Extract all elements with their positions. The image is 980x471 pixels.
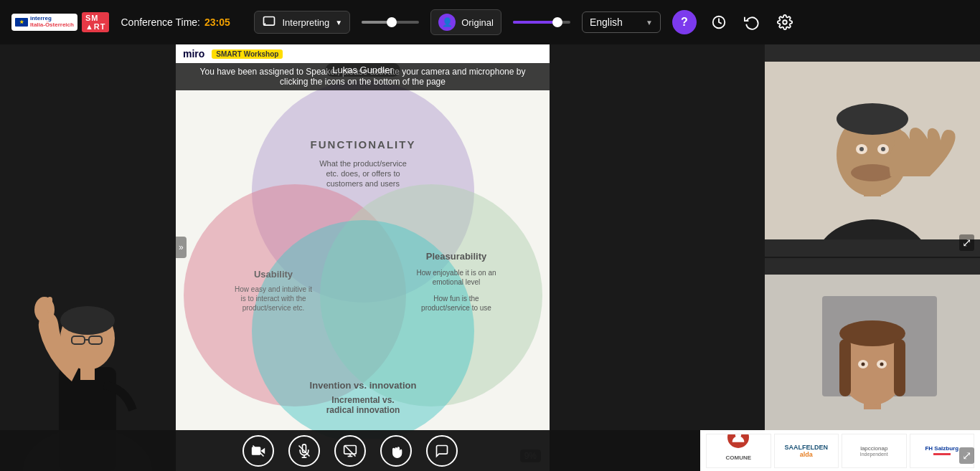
interpreting-label: Interpreting: [282, 17, 329, 28]
svg-rect-34: [47, 297, 52, 313]
clock-icon: [711, 14, 727, 30]
venn-diagram-svg: FUNCTIONALITY What the product/service e…: [176, 66, 550, 439]
slider-fill: [362, 21, 390, 24]
eu-flag-icon: ★: [15, 18, 28, 27]
chat-button[interactable]: [426, 435, 458, 467]
svg-text:Incremental vs.: Incremental vs.: [331, 395, 394, 405]
expand-icon-female[interactable]: ⤢: [959, 447, 974, 464]
male-video-inner: [765, 44, 980, 257]
interpreting-dropdown[interactable]: Interpreting ▼: [254, 11, 350, 34]
partner-logos-bar: COMUNEDI... SAALFELDEN alda lapccionap I…: [700, 430, 980, 471]
collapse-panel-button[interactable]: »: [176, 237, 187, 258]
help-button[interactable]: ?: [672, 10, 697, 34]
settings-icon-button[interactable]: [774, 11, 796, 33]
camera-button[interactable]: [242, 435, 274, 467]
slider-track: [362, 21, 419, 24]
language-chevron-icon: ▼: [646, 19, 653, 27]
svg-point-45: [881, 147, 885, 151]
refresh-icon-button[interactable]: [741, 11, 763, 33]
expand-icon-male[interactable]: ⤢: [959, 234, 974, 251]
svg-text:etc. does, or offers to: etc. does, or offers to: [326, 169, 400, 178]
svg-point-28: [60, 306, 115, 335]
conference-time-value: 23:05: [204, 16, 230, 28]
language-value: English: [590, 16, 623, 28]
svg-text:is to interact with the: is to interact with the: [240, 295, 306, 303]
svg-text:Usability: Usability: [253, 269, 293, 280]
svg-text:emotional level: emotional level: [432, 278, 480, 286]
interpreter-panel: [0, 44, 176, 471]
chat-icon: [435, 444, 449, 458]
interreg-logo: ★ interregItalia-Österreich: [11, 14, 77, 31]
comune-emblem-icon: [731, 434, 745, 444]
female-participant-svg: [765, 275, 980, 452]
gear-icon: [777, 14, 793, 30]
center-content: miro SMART Workshop Lukas Gundler You ha…: [176, 44, 550, 471]
svg-rect-32: [80, 366, 95, 380]
mic-icon: [297, 444, 311, 458]
miro-toolbar: miro SMART Workshop: [176, 44, 550, 63]
bottom-controls-bar: [0, 430, 700, 471]
user-icon: 👤: [438, 14, 456, 31]
screen-share-button[interactable]: [334, 435, 366, 467]
conference-time-label: Conference Time:: [121, 16, 200, 28]
svg-rect-52: [839, 339, 851, 396]
male-participant-svg: [765, 62, 980, 239]
svg-text:How enjoyable it is on an: How enjoyable it is on an: [416, 269, 496, 277]
svg-point-41: [851, 164, 894, 181]
workshop-tag: SMART Workshop: [212, 49, 283, 59]
svg-text:Invention vs. innovation: Invention vs. innovation: [309, 380, 416, 391]
microphone-button[interactable]: [288, 435, 320, 467]
original-volume-slider[interactable]: [513, 21, 570, 24]
screen-share-icon: [343, 444, 357, 458]
svg-text:radical innovation: radical innovation: [326, 405, 400, 415]
svg-point-40: [837, 103, 908, 135]
svg-text:What the product/service: What the product/service: [319, 159, 407, 168]
logo-comune: COMUNEDI...: [706, 434, 771, 468]
svg-text:customers and users: customers and users: [326, 179, 400, 188]
logo-lapccionap: lapccionap Independent: [842, 434, 907, 468]
original-dropdown[interactable]: 👤 Original: [430, 9, 501, 35]
right-panel-videos: ⤢: [765, 44, 980, 471]
slider-track-purple: [513, 21, 570, 24]
refresh-icon: [744, 14, 760, 30]
interpreting-icon: [262, 15, 276, 29]
logo-area: ★ interregItalia-Österreich SM▲RT: [11, 12, 109, 32]
svg-text:product/service etc.: product/service etc.: [242, 304, 304, 312]
clock-icon-button[interactable]: [708, 11, 730, 33]
interpreting-volume-slider[interactable]: [362, 21, 419, 24]
logo-comune-text: COMUNEDI...: [725, 455, 751, 468]
svg-point-2: [783, 20, 787, 24]
svg-point-44: [859, 147, 864, 151]
svg-text:FUNCTIONALITY: FUNCTIONALITY: [310, 138, 415, 151]
slider-fill-purple: [513, 21, 556, 24]
svg-text:How easy and intuitive it: How easy and intuitive it: [235, 285, 312, 293]
svg-text:How fun is the: How fun is the: [433, 295, 479, 303]
venn-diagram-area: FUNCTIONALITY What the product/service e…: [176, 44, 550, 471]
svg-rect-53: [894, 339, 905, 396]
slider-thumb: [387, 17, 397, 27]
logo-saalfelden: SAALFELDEN alda: [774, 434, 839, 468]
miro-logo: miro: [183, 48, 204, 60]
smart-logo: SM▲RT: [82, 12, 110, 32]
svg-point-56: [862, 363, 865, 366]
svg-text:product/service to use: product/service to use: [421, 304, 491, 312]
camera-icon: [251, 444, 265, 458]
raise-hand-button[interactable]: [380, 435, 412, 467]
slider-thumb-purple: [552, 17, 562, 27]
language-selector[interactable]: English ▼: [582, 11, 661, 33]
topbar: ★ interregItalia-Österreich SM▲RT Confer…: [0, 0, 980, 44]
original-label: Original: [461, 17, 494, 28]
interpreting-chevron-icon: ▼: [335, 19, 342, 27]
main-area: miro SMART Workshop Lukas Gundler You ha…: [0, 44, 980, 471]
help-icon: ?: [681, 16, 688, 29]
svg-text:Pleasurability: Pleasurability: [425, 251, 486, 262]
conference-time: Conference Time: 23:05: [121, 16, 242, 28]
speaker-name: Lukas Gundler: [325, 63, 400, 77]
svg-point-57: [880, 363, 884, 366]
participant-video-male: ⤢: [765, 44, 980, 258]
raise-hand-icon: [389, 444, 403, 458]
